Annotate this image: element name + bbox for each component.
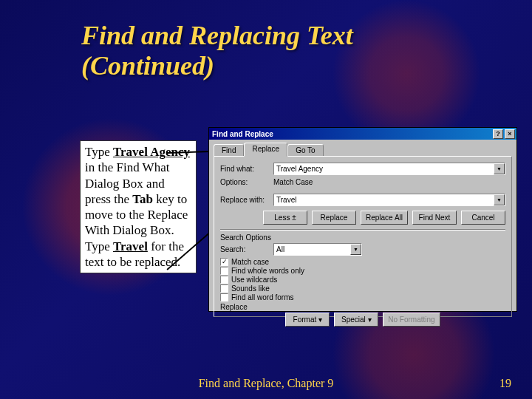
- format-button-row: Format ▾ Special ▾ No Formatting: [220, 313, 505, 327]
- replace-with-label: Replace with:: [220, 196, 273, 204]
- title-line-2: (Continued): [81, 51, 214, 81]
- search-direction-value: All: [276, 245, 284, 253]
- no-formatting-button[interactable]: No Formatting: [383, 313, 440, 327]
- find-what-label: Find what:: [220, 165, 273, 173]
- dialog-titlebar[interactable]: Find and Replace ? ×: [209, 128, 516, 140]
- match-case-checkbox[interactable]: ✓ Match case: [220, 258, 505, 266]
- find-next-button[interactable]: Find Next: [412, 211, 457, 225]
- tab-goto-label: Go To: [296, 146, 316, 154]
- options-value: Match Case: [273, 178, 313, 186]
- replace-button[interactable]: Replace: [312, 211, 356, 225]
- replace-with-dropdown-icon[interactable]: ▼: [494, 194, 505, 205]
- whole-words-checkbox[interactable]: Find whole words only: [220, 267, 505, 275]
- format-button[interactable]: Format ▾: [285, 313, 330, 327]
- tab-find[interactable]: Find: [214, 144, 244, 156]
- all-forms-checkbox[interactable]: Find all word forms: [220, 293, 505, 301]
- instr-bold2: Tab: [132, 192, 153, 206]
- dialog-title: Find and Replace: [212, 130, 273, 138]
- sounds-like-label: Sounds like: [231, 284, 270, 293]
- find-what-input[interactable]: Travel Agency ▼: [273, 163, 505, 175]
- tab-replace[interactable]: Replace: [244, 143, 287, 157]
- find-what-row: Find what: Travel Agency ▼: [220, 163, 505, 175]
- wildcards-label: Use wildcards: [231, 276, 277, 284]
- cancel-button[interactable]: Cancel: [461, 211, 505, 225]
- instr-bold3: Travel: [113, 239, 148, 253]
- replace-with-row: Replace with: Travel ▼: [220, 194, 505, 206]
- checkbox-icon: [220, 267, 228, 275]
- search-direction-combo[interactable]: All ▼: [273, 243, 362, 256]
- tab-find-label: Find: [222, 146, 236, 154]
- close-button[interactable]: ×: [505, 129, 515, 139]
- replace-all-button[interactable]: Replace All: [361, 211, 408, 225]
- help-button[interactable]: ?: [493, 129, 503, 139]
- find-what-value: Travel Agency: [276, 165, 323, 173]
- main-button-row: Less ± Replace Replace All Find Next Can…: [220, 211, 505, 225]
- search-options-label: Search Options: [220, 233, 505, 242]
- title-line-1: Find and Replacing Text: [81, 21, 353, 50]
- tab-content: Find what: Travel Agency ▼ Options: Matc…: [214, 156, 512, 317]
- special-button[interactable]: Special ▾: [334, 313, 378, 327]
- search-dropdown-icon[interactable]: ▼: [350, 244, 361, 255]
- instruction-text: Type Travel Agency in the Find What Dial…: [80, 140, 197, 273]
- slide-footer: Find and Replace, Chapter 9 19: [0, 377, 532, 390]
- find-what-dropdown-icon[interactable]: ▼: [494, 163, 505, 174]
- options-row: Options: Match Case: [220, 178, 505, 186]
- checkbox-icon: [220, 293, 228, 301]
- replace-with-value: Travel: [276, 196, 296, 204]
- slide-title: Find and Replacing Text (Continued): [81, 21, 353, 82]
- tab-strip: Find Replace Go To: [209, 140, 516, 156]
- sounds-like-checkbox[interactable]: Sounds like: [220, 284, 505, 293]
- search-direction-row: Search: All ▼: [220, 243, 505, 256]
- replace-with-input[interactable]: Travel ▼: [273, 194, 505, 206]
- match-case-label: Match case: [231, 258, 269, 266]
- footer-page-number: 19: [499, 377, 511, 390]
- wildcards-checkbox[interactable]: Use wildcards: [220, 276, 505, 284]
- find-replace-dialog: Find and Replace ? × Find Replace Go To …: [208, 127, 517, 312]
- checkbox-icon: [220, 276, 228, 284]
- all-forms-label: Find all word forms: [231, 293, 293, 301]
- less-button[interactable]: Less ±: [263, 211, 307, 225]
- tab-goto[interactable]: Go To: [287, 144, 324, 156]
- tab-replace-label: Replace: [252, 145, 279, 153]
- divider: [220, 229, 505, 231]
- search-label: Search:: [220, 245, 273, 253]
- whole-words-label: Find whole words only: [231, 267, 304, 275]
- instr-pre1: Type: [85, 145, 113, 159]
- checkbox-icon: [220, 284, 228, 293]
- options-label: Options:: [220, 178, 273, 186]
- replace-section-label: Replace: [220, 303, 505, 311]
- footer-chapter: Find and Replace, Chapter 9: [199, 377, 334, 390]
- checkbox-icon: ✓: [220, 258, 228, 266]
